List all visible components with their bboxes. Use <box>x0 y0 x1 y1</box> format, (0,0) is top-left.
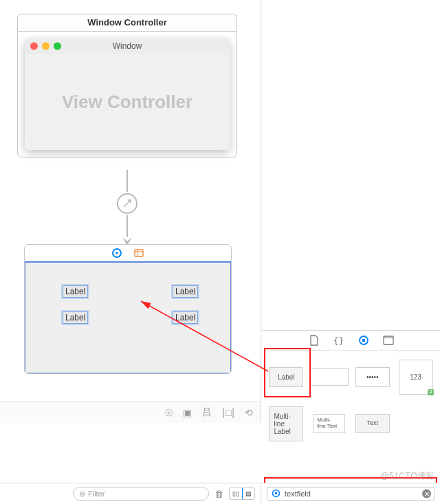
window-titlebar: Window <box>25 39 230 54</box>
code-snippet-tab-icon[interactable]: {} <box>333 334 345 347</box>
library-item-numberfield[interactable]: 123 # <box>395 355 436 399</box>
object-library: {} Label ••••• 123 # Multi- line Label <box>262 330 440 483</box>
view-controller-view[interactable]: Label Label Label Label <box>25 262 231 373</box>
library-item-textview[interactable]: Text <box>353 402 393 446</box>
scene-title: Window Controller <box>17 14 237 31</box>
library-item-multiline-label[interactable]: Multi- line Label <box>266 402 307 446</box>
search-value: textfield <box>285 490 311 498</box>
filter-placeholder: Filter <box>88 490 104 498</box>
object-search-scope-icon[interactable] <box>272 489 280 499</box>
library-item-preview: Text <box>355 414 390 433</box>
scene-dock[interactable] <box>25 245 231 262</box>
segue-arrow[interactable] <box>117 170 138 245</box>
traffic-lights <box>30 43 61 50</box>
library-search-field[interactable]: textfield ✕ <box>267 487 434 501</box>
library-view-toggle[interactable]: ▯▯ ▤ <box>229 487 255 500</box>
label-control[interactable]: Label <box>63 312 87 323</box>
bottom-bar-right: textfield ✕ <box>261 483 440 504</box>
svg-rect-2 <box>135 250 143 256</box>
media-library-tab-icon[interactable] <box>382 334 395 347</box>
library-item-preview: ••••• <box>355 367 390 387</box>
embed-icon[interactable]: ▣ <box>183 407 192 418</box>
bottom-bar-left: ⊜ Filter 🗑 ▯▯ ▤ <box>0 483 261 504</box>
resolve-icon[interactable]: ⟲ <box>245 407 254 418</box>
minimize-icon[interactable] <box>42 43 50 50</box>
svg-rect-1 <box>116 252 118 254</box>
library-item-securefield[interactable]: ••••• <box>353 355 393 399</box>
library-grid: Label ••••• 123 # Multi- line Label Mult… <box>262 351 440 450</box>
formatter-badge-icon: # <box>428 389 433 395</box>
object-library-tab-icon[interactable] <box>358 334 370 347</box>
close-icon[interactable] <box>30 43 38 50</box>
library-item-preview <box>310 368 349 386</box>
grid-view-icon[interactable]: ▯▯ <box>229 487 243 500</box>
align-icon[interactable]: 吕 <box>202 406 212 419</box>
trash-icon[interactable]: 🗑 <box>214 489 223 499</box>
library-item-preview: Multi- line Text <box>314 414 345 433</box>
zoom-icon[interactable] <box>54 43 61 50</box>
library-tabs: {} <box>262 331 440 351</box>
label-control[interactable]: Label <box>173 286 197 297</box>
view-controller-icon[interactable] <box>111 248 122 259</box>
view-controller-placeholder: View Controller <box>62 91 192 113</box>
storyboard-canvas[interactable]: Window Controller Window View Controller <box>0 0 261 423</box>
library-item-wrapping-textfield[interactable]: Multi- line Text <box>309 402 350 446</box>
view-controller-scene[interactable]: Label Label Label Label <box>24 244 232 374</box>
library-item-preview: Multi- line Label <box>269 406 303 441</box>
library-item-preview: Label <box>269 367 303 387</box>
library-item-textfield[interactable] <box>309 355 350 399</box>
first-responder-icon[interactable] <box>133 248 144 259</box>
focus-icon[interactable]: ⦾ <box>165 407 173 419</box>
library-item-preview: 123 # <box>399 360 433 395</box>
svg-rect-4 <box>362 339 365 342</box>
scene-body: Window View Controller <box>17 31 237 157</box>
library-item-label[interactable]: Label <box>266 355 307 399</box>
svg-rect-8 <box>275 492 277 494</box>
filter-icon: ⊜ <box>79 490 85 498</box>
inspector-pane <box>262 0 440 330</box>
pin-icon[interactable]: |□| <box>222 407 235 418</box>
clear-icon[interactable]: ✕ <box>422 490 431 498</box>
window-content: View Controller <box>25 54 230 150</box>
label-control[interactable]: Label <box>63 286 87 297</box>
file-template-tab-icon[interactable] <box>308 334 320 347</box>
document-outline-filter[interactable]: ⊜ Filter <box>73 487 209 501</box>
library-item-empty <box>395 402 436 446</box>
canvas-toolbar: ⦾ ▣ 吕 |□| ⟲ <box>0 402 261 423</box>
bottom-bar: ⊜ Filter 🗑 ▯▯ ▤ textfield ✕ <box>0 483 440 504</box>
list-view-icon[interactable]: ▤ <box>242 488 254 499</box>
segue-relationship-icon[interactable] <box>117 193 138 214</box>
window-frame[interactable]: Window View Controller <box>25 39 230 150</box>
label-control[interactable]: Label <box>173 312 197 323</box>
window-controller-scene[interactable]: Window Controller Window View Controller <box>17 14 237 157</box>
